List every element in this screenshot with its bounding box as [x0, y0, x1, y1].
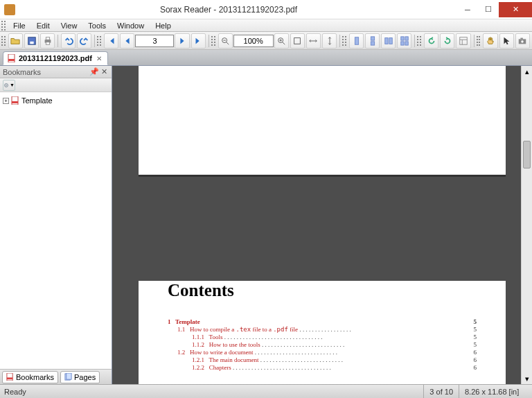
undo-button[interactable] — [61, 33, 76, 49]
window-titlebar: Sorax Reader - 20131121192023.pdf ─ ☐ ✕ — [0, 0, 532, 19]
sidebar: Bookmarks 📌 ✕ ▼ + Template Bookmarks — [0, 66, 112, 384]
close-button[interactable]: ✕ — [499, 2, 532, 17]
continuous-button[interactable] — [365, 33, 380, 49]
facing-button[interactable] — [381, 33, 396, 49]
svg-rect-9 — [371, 36, 374, 40]
zoom-in-button[interactable] — [274, 33, 289, 49]
panel-options-button[interactable]: ▼ — [3, 80, 15, 91]
prev-page-button[interactable] — [120, 33, 134, 49]
svg-rect-14 — [405, 36, 408, 40]
panel-title: Bookmarks 📌 ✕ — [0, 66, 112, 78]
single-page-button[interactable] — [349, 33, 364, 49]
print-button[interactable] — [40, 33, 55, 49]
sidebar-tab-bookmarks[interactable]: Bookmarks — [2, 371, 58, 383]
svg-rect-25 — [12, 96, 18, 105]
layout-button[interactable] — [456, 33, 470, 49]
svg-rect-22 — [8, 59, 15, 61]
panel-close-button[interactable]: ✕ — [99, 67, 109, 76]
svg-rect-7 — [294, 37, 301, 44]
scroll-track[interactable] — [522, 77, 532, 373]
scroll-thumb[interactable] — [523, 141, 531, 168]
menu-tools[interactable]: Tools — [82, 21, 112, 31]
svg-rect-8 — [355, 37, 358, 44]
first-page-button[interactable] — [104, 33, 118, 49]
svg-rect-1 — [30, 41, 33, 44]
svg-rect-20 — [521, 37, 524, 39]
svg-rect-27 — [7, 373, 12, 381]
sidebar-tab-pages[interactable]: Pages — [60, 371, 100, 383]
sidebar-tabs: Bookmarks Pages — [0, 369, 112, 384]
bookmark-icon — [6, 373, 14, 381]
minimize-button[interactable]: ─ — [457, 2, 478, 17]
svg-rect-30 — [66, 373, 71, 379]
zoom-actual-button[interactable] — [290, 33, 305, 49]
fit-page-button[interactable] — [322, 33, 337, 49]
last-page-button[interactable] — [191, 33, 206, 49]
sidebar-tab-label: Bookmarks — [16, 373, 54, 381]
svg-rect-16 — [405, 41, 408, 44]
bookmark-tree: + Template — [0, 92, 112, 369]
svg-rect-28 — [7, 377, 12, 379]
document-tab[interactable]: 20131121192023.pdf ✕ — [3, 51, 108, 65]
fit-width-button[interactable] — [306, 33, 321, 49]
maximize-button[interactable]: ☐ — [478, 2, 499, 17]
snapshot-tool-button[interactable] — [515, 33, 530, 49]
open-button[interactable] — [8, 33, 23, 49]
pages-icon — [64, 373, 72, 381]
toolbar — [0, 32, 532, 50]
svg-rect-26 — [12, 101, 18, 103]
svg-rect-11 — [384, 37, 387, 44]
continuous-facing-button[interactable] — [397, 33, 411, 49]
rotate-cw-button[interactable] — [440, 33, 454, 49]
grip-icon — [1, 36, 6, 46]
scroll-down-button[interactable]: ▾ — [522, 373, 532, 384]
menu-view[interactable]: View — [55, 21, 83, 31]
zoom-input[interactable] — [233, 35, 274, 47]
pdf-icon — [8, 54, 16, 62]
status-size: 8.26 x 11.68 [in] — [459, 385, 528, 398]
status-page: 3 of 10 — [423, 385, 459, 398]
panel-pin-button[interactable]: 📌 — [89, 67, 99, 76]
grip-icon — [211, 36, 215, 46]
tab-label: 20131121192023.pdf — [19, 54, 92, 62]
page-canvas[interactable]: Contents 1 Template5 1.1 How to compile … — [112, 66, 521, 384]
svg-rect-12 — [389, 37, 392, 44]
grip-icon — [417, 36, 421, 46]
menubar: File Edit View Tools Window Help — [0, 19, 532, 32]
zoom-out-button[interactable] — [218, 33, 233, 49]
pdf-page: Contents 1 Template5 1.1 How to compile … — [139, 281, 506, 384]
svg-rect-13 — [401, 36, 404, 40]
rotate-ccw-button[interactable] — [424, 33, 438, 49]
menu-help[interactable]: Help — [150, 21, 177, 31]
select-tool-button[interactable] — [499, 33, 514, 49]
grip-icon — [342, 36, 346, 46]
menu-file[interactable]: File — [8, 21, 31, 31]
bookmark-item[interactable]: + Template — [3, 95, 109, 106]
scroll-up-button[interactable]: ▴ — [522, 66, 532, 77]
redo-button[interactable] — [77, 33, 91, 49]
sidebar-tab-label: Pages — [74, 373, 96, 381]
save-button[interactable] — [24, 33, 39, 49]
menu-edit[interactable]: Edit — [31, 21, 55, 31]
bookmark-icon — [11, 96, 19, 105]
toc: 1 Template5 1.1 How to compile a .tex fi… — [168, 318, 477, 371]
grip-icon — [97, 36, 101, 46]
expand-icon[interactable]: + — [3, 98, 9, 104]
tab-close-button[interactable]: ✕ — [95, 55, 103, 62]
panel-title-label: Bookmarks — [3, 68, 41, 76]
menu-window[interactable]: Window — [112, 21, 150, 31]
bookmark-label: Template — [21, 96, 53, 105]
hand-tool-button[interactable] — [483, 33, 497, 49]
svg-rect-4 — [46, 42, 49, 44]
svg-rect-17 — [460, 37, 468, 44]
grip-icon — [477, 36, 481, 46]
svg-rect-21 — [8, 54, 15, 62]
svg-point-24 — [6, 85, 7, 86]
page-input[interactable] — [135, 35, 174, 47]
next-page-button[interactable] — [175, 33, 189, 49]
status-text: Ready — [4, 388, 26, 396]
pdf-page — [139, 66, 506, 177]
svg-rect-3 — [46, 37, 49, 40]
grip-icon — [1, 21, 6, 31]
scrollbar-vertical[interactable]: ▴ ▾ — [521, 66, 532, 384]
